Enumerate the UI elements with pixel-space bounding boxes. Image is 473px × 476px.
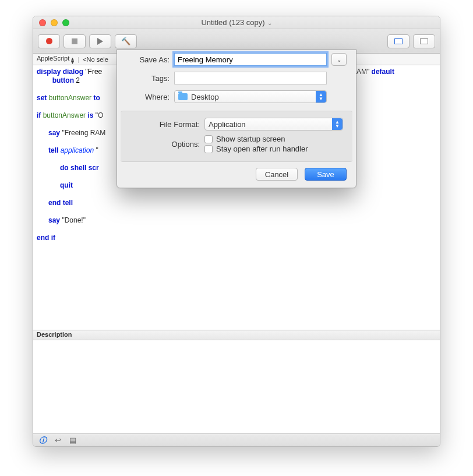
- hammer-icon: 🔨: [121, 37, 130, 45]
- info-icon[interactable]: ⓘ: [39, 435, 47, 446]
- options-panel: File Format: Application ▲▼ Options: Sho…: [121, 111, 352, 162]
- where-value: Desktop: [191, 93, 219, 101]
- stop-button[interactable]: [63, 34, 86, 48]
- file-format-label: File Format:: [130, 120, 204, 129]
- compile-button[interactable]: 🔨: [115, 34, 137, 48]
- language-selector[interactable]: AppleScript▴▾: [37, 55, 74, 64]
- show-startup-checkbox[interactable]: [204, 135, 213, 143]
- window-title[interactable]: Untitled (123 copy)⌄: [33, 18, 440, 27]
- navigation-selector[interactable]: <No sele: [83, 56, 108, 63]
- record-button[interactable]: [38, 34, 60, 48]
- save-as-input[interactable]: [174, 53, 327, 66]
- pane-right-icon: [420, 38, 428, 44]
- run-button[interactable]: [89, 34, 111, 48]
- where-select[interactable]: Desktop ▲▼: [174, 90, 327, 103]
- updown-icon: ▲▼: [316, 91, 326, 103]
- stay-open-checkbox[interactable]: [204, 145, 213, 153]
- save-button[interactable]: Save: [305, 168, 347, 181]
- pane-left-button[interactable]: [387, 34, 410, 48]
- description-pane[interactable]: [33, 340, 440, 433]
- list-icon[interactable]: ▤: [69, 436, 76, 445]
- file-format-value: Application: [209, 120, 246, 129]
- return-icon[interactable]: ↩: [55, 436, 61, 445]
- options-label: Options:: [130, 140, 204, 149]
- tags-label: Tags:: [126, 74, 174, 83]
- status-bar: ⓘ ↩ ▤: [33, 433, 440, 446]
- titlebar: Untitled (123 copy)⌄: [33, 16, 440, 29]
- stop-icon: [72, 38, 77, 44]
- show-startup-label: Show startup screen: [216, 135, 285, 143]
- play-icon: [97, 38, 103, 45]
- chevron-down-icon: ⌄: [337, 57, 341, 63]
- tags-input[interactable]: [174, 72, 327, 84]
- file-format-select[interactable]: Application ▲▼: [204, 118, 343, 131]
- cancel-button[interactable]: Cancel: [256, 168, 298, 181]
- save-as-label: Save As:: [126, 55, 174, 64]
- record-icon: [46, 38, 52, 44]
- where-label: Where:: [126, 93, 174, 101]
- save-dialog: Save As: ⌄ Tags: Where: Desktop ▲▼ File …: [117, 50, 356, 188]
- dialog-buttons: Cancel Save: [117, 167, 356, 181]
- description-header[interactable]: Description: [33, 330, 440, 340]
- pane-left-icon: [394, 38, 403, 44]
- expand-button[interactable]: ⌄: [331, 53, 347, 66]
- window-title-text: Untitled (123 copy): [201, 18, 264, 27]
- pane-right-button[interactable]: [413, 34, 435, 48]
- chevron-down-icon: ⌄: [265, 20, 272, 26]
- folder-icon: [178, 93, 188, 100]
- updown-icon: ▴▾: [71, 57, 74, 64]
- separator: |: [77, 56, 79, 63]
- stay-open-label: Stay open after run handler: [216, 144, 308, 153]
- updown-icon: ▲▼: [332, 118, 343, 130]
